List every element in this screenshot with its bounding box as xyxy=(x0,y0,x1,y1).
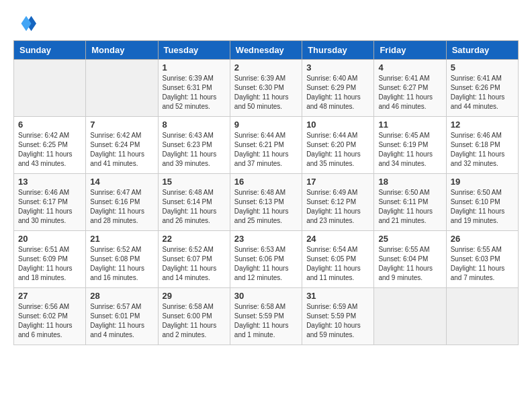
calendar-cell: 1Sunrise: 6:39 AMSunset: 6:31 PMDaylight… xyxy=(158,60,230,117)
day-number: 29 xyxy=(163,291,226,301)
day-info: Sunrise: 6:41 AMSunset: 6:27 PMDaylight:… xyxy=(378,74,441,111)
day-number: 2 xyxy=(234,62,298,73)
weekday-header-row: SundayMondayTuesdayWednesdayThursdayFrid… xyxy=(14,41,519,60)
calendar-cell: 9Sunrise: 6:44 AMSunset: 6:21 PMDaylight… xyxy=(230,117,302,174)
day-number: 17 xyxy=(306,177,369,187)
page-header xyxy=(13,13,519,34)
day-info: Sunrise: 6:55 AMSunset: 6:03 PMDaylight:… xyxy=(451,245,514,283)
day-number: 13 xyxy=(18,177,81,187)
calendar-cell: 8Sunrise: 6:43 AMSunset: 6:23 PMDaylight… xyxy=(158,117,230,174)
day-number: 14 xyxy=(90,177,153,187)
day-number: 9 xyxy=(234,120,298,130)
day-number: 7 xyxy=(90,120,153,130)
day-number: 19 xyxy=(451,177,514,187)
day-number: 16 xyxy=(234,177,298,187)
day-number: 21 xyxy=(90,234,153,244)
day-info: Sunrise: 6:42 AMSunset: 6:25 PMDaylight:… xyxy=(18,131,81,169)
day-info: Sunrise: 6:58 AMSunset: 6:00 PMDaylight:… xyxy=(163,302,226,340)
day-info: Sunrise: 6:39 AMSunset: 6:31 PMDaylight:… xyxy=(163,74,226,111)
day-number: 1 xyxy=(163,62,226,73)
day-info: Sunrise: 6:53 AMSunset: 6:06 PMDaylight:… xyxy=(234,245,298,283)
weekday-header-saturday: Saturday xyxy=(446,41,518,60)
day-info: Sunrise: 6:52 AMSunset: 6:07 PMDaylight:… xyxy=(163,245,226,283)
calendar-cell: 28Sunrise: 6:57 AMSunset: 6:01 PMDayligh… xyxy=(86,288,158,345)
calendar-cell: 14Sunrise: 6:47 AMSunset: 6:16 PMDayligh… xyxy=(86,174,158,231)
calendar-cell xyxy=(374,288,446,345)
day-number: 23 xyxy=(234,234,298,244)
calendar-week-2: 6Sunrise: 6:42 AMSunset: 6:25 PMDaylight… xyxy=(14,117,519,174)
calendar-cell xyxy=(86,60,158,117)
day-number: 8 xyxy=(163,120,226,130)
day-info: Sunrise: 6:46 AMSunset: 6:18 PMDaylight:… xyxy=(451,131,514,169)
calendar-cell: 25Sunrise: 6:55 AMSunset: 6:04 PMDayligh… xyxy=(374,231,446,288)
day-info: Sunrise: 6:42 AMSunset: 6:24 PMDaylight:… xyxy=(90,131,153,169)
day-info: Sunrise: 6:44 AMSunset: 6:21 PMDaylight:… xyxy=(234,131,298,169)
calendar-cell: 13Sunrise: 6:46 AMSunset: 6:17 PMDayligh… xyxy=(14,174,86,231)
calendar-cell: 12Sunrise: 6:46 AMSunset: 6:18 PMDayligh… xyxy=(446,117,518,174)
calendar-cell: 27Sunrise: 6:56 AMSunset: 6:02 PMDayligh… xyxy=(14,288,86,345)
calendar-cell: 6Sunrise: 6:42 AMSunset: 6:25 PMDaylight… xyxy=(14,117,86,174)
day-info: Sunrise: 6:56 AMSunset: 6:02 PMDaylight:… xyxy=(18,302,81,340)
day-number: 4 xyxy=(378,62,441,73)
day-number: 24 xyxy=(306,234,369,244)
day-info: Sunrise: 6:51 AMSunset: 6:09 PMDaylight:… xyxy=(18,245,81,283)
day-info: Sunrise: 6:45 AMSunset: 6:19 PMDaylight:… xyxy=(378,131,441,169)
calendar-cell: 4Sunrise: 6:41 AMSunset: 6:27 PMDaylight… xyxy=(374,60,446,117)
weekday-header-friday: Friday xyxy=(374,41,446,60)
calendar-cell: 3Sunrise: 6:40 AMSunset: 6:29 PMDaylight… xyxy=(302,60,374,117)
day-info: Sunrise: 6:57 AMSunset: 6:01 PMDaylight:… xyxy=(90,302,153,340)
calendar-cell: 16Sunrise: 6:48 AMSunset: 6:13 PMDayligh… xyxy=(230,174,302,231)
calendar-cell: 21Sunrise: 6:52 AMSunset: 6:08 PMDayligh… xyxy=(86,231,158,288)
calendar-cell: 11Sunrise: 6:45 AMSunset: 6:19 PMDayligh… xyxy=(374,117,446,174)
day-info: Sunrise: 6:50 AMSunset: 6:11 PMDaylight:… xyxy=(378,188,441,226)
day-info: Sunrise: 6:54 AMSunset: 6:05 PMDaylight:… xyxy=(306,245,369,283)
calendar-cell: 31Sunrise: 6:59 AMSunset: 5:59 PMDayligh… xyxy=(302,288,374,345)
day-info: Sunrise: 6:49 AMSunset: 6:12 PMDaylight:… xyxy=(306,188,369,226)
calendar-cell: 2Sunrise: 6:39 AMSunset: 6:30 PMDaylight… xyxy=(230,60,302,117)
calendar-cell xyxy=(446,288,518,345)
day-number: 12 xyxy=(451,120,514,130)
calendar-cell: 15Sunrise: 6:48 AMSunset: 6:14 PMDayligh… xyxy=(158,174,230,231)
weekday-header-thursday: Thursday xyxy=(302,41,374,60)
day-number: 5 xyxy=(451,62,514,73)
day-info: Sunrise: 6:46 AMSunset: 6:17 PMDaylight:… xyxy=(18,188,81,226)
calendar-cell: 5Sunrise: 6:41 AMSunset: 6:26 PMDaylight… xyxy=(446,60,518,117)
day-number: 31 xyxy=(306,291,369,301)
day-number: 27 xyxy=(18,291,81,301)
calendar-cell: 22Sunrise: 6:52 AMSunset: 6:07 PMDayligh… xyxy=(158,231,230,288)
logo-icon xyxy=(16,13,36,34)
calendar-cell: 29Sunrise: 6:58 AMSunset: 6:00 PMDayligh… xyxy=(158,288,230,345)
day-info: Sunrise: 6:50 AMSunset: 6:10 PMDaylight:… xyxy=(451,188,514,226)
weekday-header-sunday: Sunday xyxy=(14,41,86,60)
day-info: Sunrise: 6:43 AMSunset: 6:23 PMDaylight:… xyxy=(163,131,226,169)
calendar-week-3: 13Sunrise: 6:46 AMSunset: 6:17 PMDayligh… xyxy=(14,174,519,231)
day-number: 22 xyxy=(163,234,226,244)
calendar-table: SundayMondayTuesdayWednesdayThursdayFrid… xyxy=(13,40,519,345)
day-info: Sunrise: 6:41 AMSunset: 6:26 PMDaylight:… xyxy=(451,74,514,111)
calendar-cell: 26Sunrise: 6:55 AMSunset: 6:03 PMDayligh… xyxy=(446,231,518,288)
calendar-cell: 20Sunrise: 6:51 AMSunset: 6:09 PMDayligh… xyxy=(14,231,86,288)
day-number: 10 xyxy=(306,120,369,130)
calendar-cell: 23Sunrise: 6:53 AMSunset: 6:06 PMDayligh… xyxy=(230,231,302,288)
calendar-week-1: 1Sunrise: 6:39 AMSunset: 6:31 PMDaylight… xyxy=(14,60,519,117)
day-number: 25 xyxy=(378,234,441,244)
day-info: Sunrise: 6:58 AMSunset: 5:59 PMDaylight:… xyxy=(234,302,298,340)
weekday-header-wednesday: Wednesday xyxy=(230,41,302,60)
day-info: Sunrise: 6:47 AMSunset: 6:16 PMDaylight:… xyxy=(90,188,153,226)
weekday-header-tuesday: Tuesday xyxy=(158,41,230,60)
calendar-cell: 24Sunrise: 6:54 AMSunset: 6:05 PMDayligh… xyxy=(302,231,374,288)
calendar-week-5: 27Sunrise: 6:56 AMSunset: 6:02 PMDayligh… xyxy=(14,288,519,345)
day-number: 30 xyxy=(234,291,298,301)
calendar-cell: 7Sunrise: 6:42 AMSunset: 6:24 PMDaylight… xyxy=(86,117,158,174)
logo xyxy=(13,13,36,34)
weekday-header-monday: Monday xyxy=(86,41,158,60)
day-number: 3 xyxy=(306,62,369,73)
day-number: 18 xyxy=(378,177,441,187)
calendar-body: 1Sunrise: 6:39 AMSunset: 6:31 PMDaylight… xyxy=(14,60,519,345)
calendar-header: SundayMondayTuesdayWednesdayThursdayFrid… xyxy=(14,41,519,60)
day-info: Sunrise: 6:39 AMSunset: 6:30 PMDaylight:… xyxy=(234,74,298,111)
calendar-week-4: 20Sunrise: 6:51 AMSunset: 6:09 PMDayligh… xyxy=(14,231,519,288)
calendar-cell: 30Sunrise: 6:58 AMSunset: 5:59 PMDayligh… xyxy=(230,288,302,345)
day-info: Sunrise: 6:55 AMSunset: 6:04 PMDaylight:… xyxy=(378,245,441,283)
day-number: 6 xyxy=(18,120,81,130)
